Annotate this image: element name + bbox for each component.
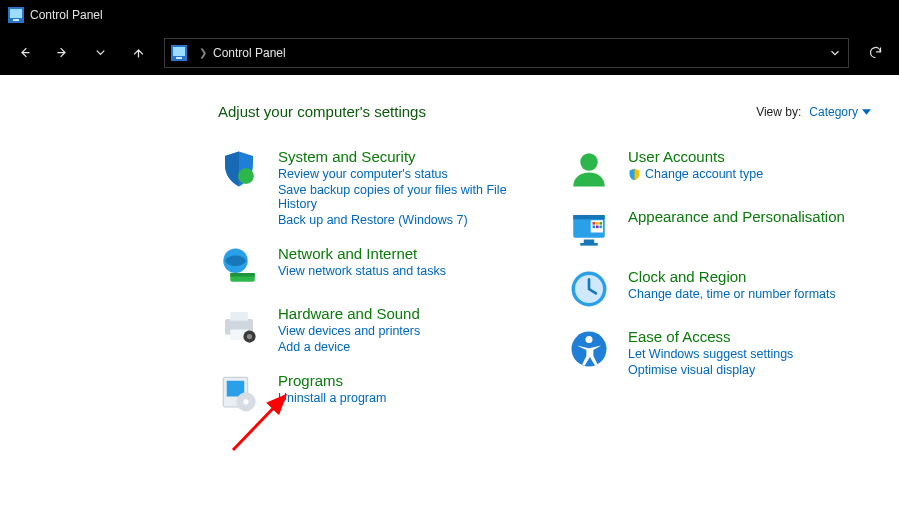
link-change-account-type[interactable]: Change account type: [628, 167, 763, 181]
link-review-status[interactable]: Review your computer's status: [278, 167, 538, 181]
heading-row: Adjust your computer's settings View by:…: [218, 103, 871, 120]
control-panel-sysicon: [171, 45, 187, 61]
link-optimise-display[interactable]: Optimise visual display: [628, 363, 793, 377]
address-bar[interactable]: ❯ Control Panel: [164, 38, 849, 68]
svg-rect-30: [600, 226, 603, 229]
view-by-label: View by:: [756, 105, 801, 119]
arrow-right-icon: [55, 45, 70, 60]
refresh-button[interactable]: [863, 41, 887, 65]
link-suggest-settings[interactable]: Let Windows suggest settings: [628, 347, 793, 361]
back-button[interactable]: [12, 41, 36, 65]
link-backup-restore[interactable]: Back up and Restore (Windows 7): [278, 213, 538, 227]
svg-point-18: [243, 399, 248, 404]
link-uninstall-program[interactable]: Uninstall a program: [278, 391, 386, 405]
svg-point-33: [586, 336, 593, 343]
uac-shield-icon: [628, 168, 641, 181]
svg-point-19: [580, 153, 598, 171]
svg-rect-11: [230, 312, 248, 321]
recent-locations-dropdown[interactable]: [88, 41, 112, 65]
svg-point-6: [238, 168, 254, 184]
category-ease-of-access: Ease of Access Let Windows suggest setti…: [568, 328, 868, 377]
column-left: System and Security Review your computer…: [218, 148, 538, 414]
chevron-right-icon: ❯: [199, 47, 207, 58]
page-heading: Adjust your computer's settings: [218, 103, 426, 120]
chevron-down-icon[interactable]: [828, 46, 842, 60]
category-title-ease-of-access[interactable]: Ease of Access: [628, 328, 793, 345]
category-columns: System and Security Review your computer…: [218, 148, 871, 414]
chevron-down-icon: [93, 45, 108, 60]
titlebar: Control Panel: [0, 0, 899, 30]
category-appearance: Appearance and Personalisation: [568, 208, 868, 250]
forward-button[interactable]: [50, 41, 74, 65]
link-change-account-type-label: Change account type: [645, 167, 763, 181]
breadcrumb-current[interactable]: Control Panel: [213, 46, 286, 60]
refresh-icon: [868, 45, 883, 60]
view-by-value: Category: [809, 105, 858, 119]
user-icon: [568, 148, 610, 190]
monitor-appearance-icon: [568, 208, 610, 250]
up-button[interactable]: [126, 41, 150, 65]
link-add-device[interactable]: Add a device: [278, 340, 420, 354]
navbar: ❯ Control Panel: [0, 30, 899, 75]
arrow-up-icon: [131, 45, 146, 60]
programs-icon: [218, 372, 260, 414]
svg-rect-21: [573, 215, 605, 219]
category-title-programs[interactable]: Programs: [278, 372, 386, 389]
category-user-accounts: User Accounts Change account type: [568, 148, 868, 190]
control-panel-sysicon: [8, 7, 24, 23]
svg-rect-22: [584, 240, 595, 244]
svg-rect-9: [230, 273, 255, 277]
category-title-appearance[interactable]: Appearance and Personalisation: [628, 208, 845, 225]
svg-rect-27: [600, 222, 603, 225]
svg-rect-4: [173, 47, 185, 56]
link-change-formats[interactable]: Change date, time or number formats: [628, 287, 836, 301]
window-title: Control Panel: [30, 8, 103, 22]
category-clock-region: Clock and Region Change date, time or nu…: [568, 268, 868, 310]
shield-icon: [218, 148, 260, 190]
clock-icon: [568, 268, 610, 310]
category-title-network[interactable]: Network and Internet: [278, 245, 446, 262]
svg-rect-2: [13, 19, 19, 21]
arrow-left-icon: [17, 45, 32, 60]
category-programs: Programs Uninstall a program: [218, 372, 538, 414]
svg-rect-23: [580, 243, 598, 246]
svg-rect-28: [593, 226, 596, 229]
caret-down-icon: [862, 109, 871, 115]
svg-rect-29: [596, 226, 599, 229]
printer-icon: [218, 305, 260, 347]
column-right: User Accounts Change account type Appear…: [568, 148, 868, 414]
category-title-hardware[interactable]: Hardware and Sound: [278, 305, 420, 322]
svg-rect-26: [596, 222, 599, 225]
globe-network-icon: [218, 245, 260, 287]
svg-rect-25: [593, 222, 596, 225]
view-by-dropdown[interactable]: Category: [809, 105, 871, 119]
view-by-control: View by: Category: [756, 105, 871, 119]
category-system-security: System and Security Review your computer…: [218, 148, 538, 227]
accessibility-icon: [568, 328, 610, 370]
link-devices-printers[interactable]: View devices and printers: [278, 324, 420, 338]
link-network-status[interactable]: View network status and tasks: [278, 264, 446, 278]
svg-point-14: [247, 334, 252, 339]
svg-rect-5: [176, 57, 182, 59]
content-area: Adjust your computer's settings View by:…: [0, 75, 899, 414]
category-title-user-accounts[interactable]: User Accounts: [628, 148, 763, 165]
category-hardware: Hardware and Sound View devices and prin…: [218, 305, 538, 354]
category-network: Network and Internet View network status…: [218, 245, 538, 287]
svg-rect-1: [10, 9, 22, 18]
category-title-system-security[interactable]: System and Security: [278, 148, 538, 165]
link-file-history[interactable]: Save backup copies of your files with Fi…: [278, 183, 538, 211]
category-title-clock-region[interactable]: Clock and Region: [628, 268, 836, 285]
